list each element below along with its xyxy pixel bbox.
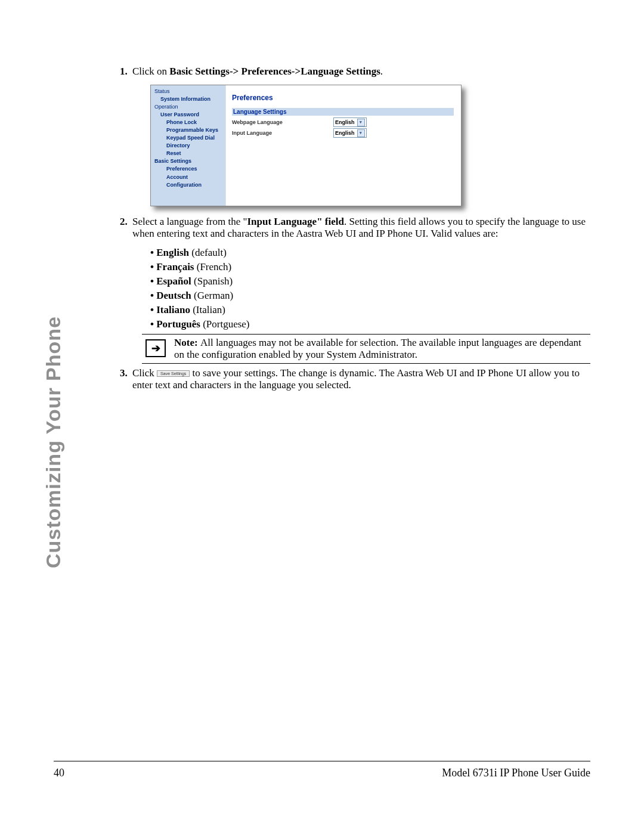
input-language-value: English (335, 130, 357, 136)
side-keypad: Keypad Speed Dial (154, 134, 223, 142)
list-item: Deutsch (German) (150, 290, 590, 302)
chevron-down-icon: ▾ (357, 129, 365, 137)
list-item: Français (French) (150, 261, 590, 273)
side-operation: Operation (154, 103, 223, 111)
side-phone-lock: Phone Lock (154, 119, 223, 126)
save-settings-button[interactable]: Save Settings (157, 370, 190, 377)
list-item: Italiano (Italian) (150, 304, 590, 316)
side-user-password: User Password (154, 111, 223, 119)
step-1: Click on Basic Settings-> Preferences->L… (130, 66, 590, 206)
step2-bold: Input Language" field (247, 216, 343, 227)
side-directory: Directory (154, 142, 223, 150)
step1-prefix: Click on (132, 66, 169, 77)
chevron-down-icon: ▾ (357, 119, 365, 126)
page-number: 40 (54, 767, 64, 779)
list-item: Español (Spanish) (150, 275, 590, 287)
ss-row1-label: Webpage Language (232, 119, 333, 125)
side-basic-settings: Basic Settings (154, 157, 223, 165)
side-prog-keys: Programmable Keys (154, 126, 223, 134)
list-item: Português (Portguese) (150, 318, 590, 330)
language-list: English (default) Français (French) Espa… (150, 247, 590, 330)
step1-suffix: . (380, 66, 383, 77)
step-3: Click Save Settings to save your setting… (130, 367, 590, 391)
step3-pre: Click (132, 367, 157, 379)
input-language-select[interactable]: English ▾ (333, 128, 367, 138)
step1-bold: Basic Settings-> Preferences->Language S… (169, 66, 380, 77)
side-reset: Reset (154, 150, 223, 157)
step3-post: to save your settings. The change is dyn… (132, 367, 580, 391)
ss-row2-label: Input Language (232, 130, 333, 136)
step2-pre: Select a language from the " (132, 216, 247, 227)
side-system-info: System Information (154, 95, 223, 103)
footer-title: Model 6731i IP Phone User Guide (442, 767, 590, 779)
main-content: Click on Basic Settings-> Preferences->L… (113, 66, 590, 395)
screenshot-sidebar: Status System Information Operation User… (151, 85, 226, 206)
ss-title: Preferences (232, 94, 454, 102)
side-preferences: Preferences (154, 165, 223, 173)
side-chapter-title: Customizing Your Phone (42, 64, 65, 316)
webpage-language-select[interactable]: English ▾ (333, 117, 367, 127)
list-item: English (default) (150, 247, 590, 259)
note-arrow-icon: ➔ (145, 339, 166, 357)
note-label: Note: (174, 337, 200, 348)
side-status: Status (154, 88, 223, 95)
page-footer: 40 Model 6731i IP Phone User Guide (54, 767, 590, 779)
ss-section: Language Settings (232, 108, 454, 116)
screenshot-main: Preferences Language Settings Webpage La… (226, 85, 461, 206)
footer-rule (54, 761, 590, 761)
webpage-language-value: English (335, 119, 357, 125)
note-block: ➔ Note: All languages may not be availab… (142, 334, 590, 364)
preferences-screenshot: Status System Information Operation User… (150, 85, 462, 206)
side-account-config: Account Configuration (154, 174, 223, 189)
step-2: Select a language from the "Input Langua… (130, 216, 590, 364)
note-text: All languages may not be available for s… (174, 337, 581, 360)
